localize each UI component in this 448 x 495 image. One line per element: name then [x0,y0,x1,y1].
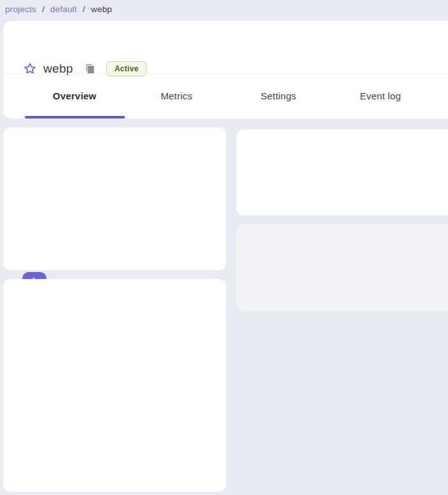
breadcrumb-projects[interactable]: projects [5,4,36,14]
feature-flag-page: projects / default / webp webp Active O [0,0,448,495]
tab-settings[interactable]: Settings [228,73,329,118]
breadcrumb-separator: / [83,4,85,14]
tab-metrics[interactable]: Metrics [126,73,228,118]
active-tab-indicator [25,116,125,118]
tab-event-log[interactable]: Event log [329,73,431,118]
copy-icon [85,64,96,75]
breadcrumb: projects / default / webp [5,1,112,17]
production-panel: production Disabled Add strategy [236,224,448,311]
breadcrumb-default[interactable]: default [50,4,77,14]
breadcrumb-current: webp [91,4,112,14]
environments-card: Enabled in environments (1) development … [3,279,226,492]
breadcrumb-separator: / [42,4,45,14]
header-card: webp Active Overview Metrics Settings Ev… [3,21,448,118]
development-panel: development Add strategy [236,129,448,215]
tab-overview[interactable]: Overview [24,73,126,118]
tab-bar: Overview Metrics Settings Event log [24,73,431,118]
flag-details-card: Release toggle Project: default No descr… [3,127,226,270]
